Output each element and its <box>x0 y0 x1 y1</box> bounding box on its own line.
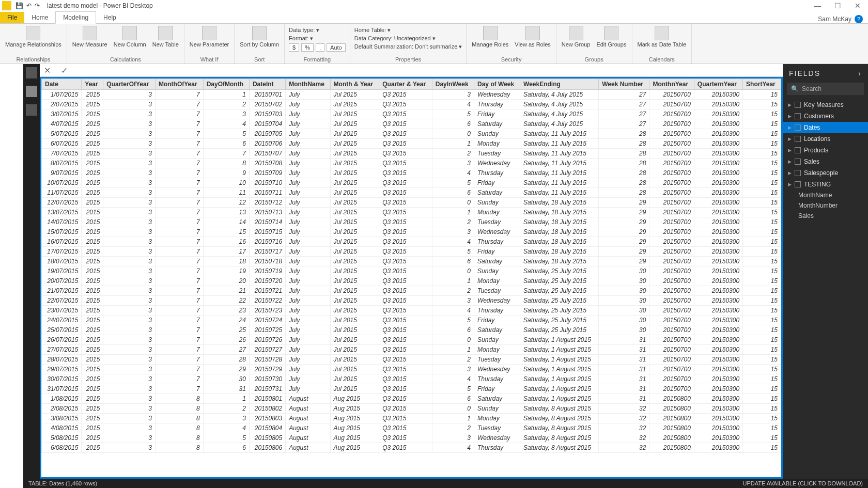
column-header[interactable]: Year <box>82 79 103 90</box>
table-row[interactable]: 29/07/20152015372920150729JulyJul 2015Q3… <box>42 365 781 374</box>
decimals-input[interactable]: Auto <box>327 43 346 52</box>
column-header[interactable]: QuarternYear <box>694 79 742 90</box>
table-row[interactable]: 10/07/20152015371020150710JulyJul 2015Q3… <box>42 178 781 188</box>
column-header[interactable]: Month & Year <box>330 79 379 90</box>
fields-table-products[interactable]: ▶Products <box>783 145 868 156</box>
help-icon[interactable]: ? <box>855 15 863 23</box>
table-row[interactable]: 2/08/2015201538220150802AugustAug 2015Q3… <box>42 404 781 414</box>
field-monthnumber[interactable]: MonthNumber <box>783 200 868 211</box>
column-header[interactable]: ShortYear <box>743 79 781 90</box>
table-row[interactable]: 6/08/2015201538620150806AugustAug 2015Q3… <box>42 443 781 453</box>
tab-home[interactable]: Home <box>24 12 55 23</box>
table-row[interactable]: 23/07/20152015372320150723JulyJul 2015Q3… <box>42 306 781 316</box>
table-row[interactable]: 3/07/2015201537320150703JulyJul 2015Q3 2… <box>42 109 781 119</box>
table-row[interactable]: 4/08/2015201538420150804AugustAug 2015Q3… <box>42 423 781 433</box>
table-row[interactable]: 26/07/20152015372620150726JulyJul 2015Q3… <box>42 335 781 345</box>
maximize-button[interactable]: ☐ <box>834 2 841 10</box>
tab-file[interactable]: File <box>0 12 24 23</box>
column-header[interactable]: Quarter & Year <box>379 79 432 90</box>
new-measure-button[interactable]: New Measure <box>71 25 109 49</box>
ribbon: Manage Relationships Relationships New M… <box>0 24 868 64</box>
column-header[interactable]: MonthName <box>286 79 330 90</box>
table-row[interactable]: 31/07/20152015373120150731JulyJul 2015Q3… <box>42 384 781 394</box>
table-row[interactable]: 18/07/20152015371820150718JulyJul 2015Q3… <box>42 257 781 266</box>
column-header[interactable]: QuarterOfYear <box>103 79 156 90</box>
column-header[interactable]: DayOfMonth <box>203 79 249 90</box>
minimize-button[interactable]: — <box>814 2 821 10</box>
data-grid[interactable]: DateYearQuarterOfYearMonthOfYearDayOfMon… <box>40 77 783 479</box>
table-row[interactable]: 5/08/2015201538520150805AugustAug 2015Q3… <box>42 433 781 443</box>
fields-table-customers[interactable]: ▶Customers <box>783 111 868 122</box>
table-row[interactable]: 3/08/2015201538320150803AugustAug 2015Q3… <box>42 414 781 423</box>
table-row[interactable]: 21/07/20152015372120150721JulyJul 2015Q3… <box>42 286 781 296</box>
column-header[interactable]: DayInWeek <box>432 79 474 90</box>
field-monthname[interactable]: MonthName <box>783 190 868 200</box>
table-row[interactable]: 11/07/20152015371120150711JulyJul 2015Q3… <box>42 188 781 198</box>
table-row[interactable]: 13/07/20152015371320150713JulyJul 2015Q3… <box>42 208 781 217</box>
manage-roles-button[interactable]: Manage Roles <box>471 25 509 49</box>
close-button[interactable]: ✕ <box>855 2 861 10</box>
table-row[interactable]: 6/07/2015201537620150706JulyJul 2015Q3 2… <box>42 139 781 149</box>
table-row[interactable]: 24/07/20152015372420150724JulyJul 2015Q3… <box>42 316 781 325</box>
status-right[interactable]: UPDATE AVAILABLE (CLICK TO DOWNLOAD) <box>743 480 863 486</box>
new-table-button[interactable]: New Table <box>151 25 180 49</box>
new-column-button[interactable]: New Column <box>113 25 147 49</box>
column-header[interactable]: Week Number <box>599 79 649 90</box>
save-icon[interactable]: 💾 <box>16 2 23 9</box>
table-row[interactable]: 20/07/20152015372020150720JulyJul 2015Q3… <box>42 276 781 286</box>
sort-by-column-button[interactable]: Sort by Column <box>239 25 280 49</box>
view-as-roles-button[interactable]: View as Roles <box>514 25 552 49</box>
table-row[interactable]: 4/07/2015201537420150704JulyJul 2015Q3 2… <box>42 119 781 129</box>
column-header[interactable]: MonthOfYear <box>155 79 203 90</box>
table-row[interactable]: 17/07/20152015371720150717JulyJul 2015Q3… <box>42 247 781 257</box>
fields-table-salespeople[interactable]: ▶Salespeople <box>783 167 868 179</box>
currency-button[interactable]: $ <box>289 43 299 52</box>
table-row[interactable]: 8/07/2015201537820150708JulyJul 2015Q3 2… <box>42 159 781 168</box>
edit-groups-button[interactable]: Edit Groups <box>595 25 627 49</box>
column-header[interactable]: Day of Week <box>474 79 520 90</box>
percent-button[interactable]: % <box>301 43 314 52</box>
table-row[interactable]: 22/07/20152015372220150722JulyJul 2015Q3… <box>42 296 781 306</box>
column-header[interactable]: Date <box>42 79 82 90</box>
titlebar: 💾 ↶ ↷ latest demo model - Power BI Deskt… <box>0 0 868 11</box>
table-row[interactable]: 19/07/20152015371920150719JulyJul 2015Q3… <box>42 266 781 276</box>
commit-icon[interactable]: ✓ <box>57 64 72 77</box>
new-parameter-button[interactable]: New Parameter <box>189 25 230 49</box>
table-row[interactable]: 27/07/20152015372720150727JulyJul 2015Q3… <box>42 345 781 355</box>
user-name[interactable]: Sam McKay <box>818 15 851 23</box>
chevron-right-icon[interactable]: › <box>858 69 862 77</box>
fields-search[interactable]: 🔍 Search <box>787 83 864 95</box>
table-row[interactable]: 30/07/20152015373020150730JulyJul 2015Q3… <box>42 374 781 384</box>
fields-table-sales[interactable]: ▶Sales <box>783 156 868 167</box>
cancel-icon[interactable]: ✕ <box>40 64 55 77</box>
table-row[interactable]: 28/07/20152015372820150728JulyJul 2015Q3… <box>42 355 781 365</box>
table-row[interactable]: 16/07/20152015371620150716JulyJul 2015Q3… <box>42 237 781 247</box>
fields-table-testing[interactable]: ▶TESTING <box>783 179 868 190</box>
mark-date-table-button[interactable]: Mark as Date Table <box>637 25 688 49</box>
redo-icon[interactable]: ↷ <box>35 2 40 9</box>
table-row[interactable]: 5/07/2015201537520150705JulyJul 2015Q3 2… <box>42 129 781 139</box>
table-row[interactable]: 15/07/20152015371520150715JulyJul 2015Q3… <box>42 227 781 237</box>
manage-relationships-button[interactable]: Manage Relationships <box>4 25 63 49</box>
table-row[interactable]: 9/07/2015201537920150709JulyJul 2015Q3 2… <box>42 168 781 178</box>
field-sales[interactable]: Sales <box>783 211 868 221</box>
column-header[interactable]: WeekEnding <box>520 79 599 90</box>
fields-table-key-measures[interactable]: ▶Key Measures <box>783 99 868 111</box>
comma-button[interactable]: , <box>316 43 324 52</box>
fields-table-dates[interactable]: ▶Dates <box>783 122 868 133</box>
table-row[interactable]: 7/07/2015201537720150707JulyJul 2015Q3 2… <box>42 149 781 159</box>
column-header[interactable]: DateInt <box>249 79 285 90</box>
tab-help[interactable]: Help <box>96 12 123 23</box>
table-row[interactable]: 14/07/20152015371420150714JulyJul 2015Q3… <box>42 217 781 227</box>
table-row[interactable]: 2/07/2015201537220150702JulyJul 2015Q3 2… <box>42 100 781 109</box>
fields-table-locations[interactable]: ▶Locations <box>783 133 868 145</box>
formula-bar[interactable]: ✕ ✓ <box>40 64 783 77</box>
table-row[interactable]: 25/07/20152015372520150725JulyJul 2015Q3… <box>42 325 781 335</box>
new-group-button[interactable]: New Group <box>561 25 592 49</box>
table-row[interactable]: 1/07/2015201537120150701JulyJul 2015Q3 2… <box>42 90 781 100</box>
table-row[interactable]: 12/07/20152015371220150712JulyJul 2015Q3… <box>42 198 781 208</box>
undo-icon[interactable]: ↶ <box>26 2 32 9</box>
tab-modeling[interactable]: Modeling <box>55 11 96 24</box>
table-row[interactable]: 1/08/2015201538120150801AugustAug 2015Q3… <box>42 394 781 404</box>
column-header[interactable]: MonthnYear <box>649 79 694 90</box>
